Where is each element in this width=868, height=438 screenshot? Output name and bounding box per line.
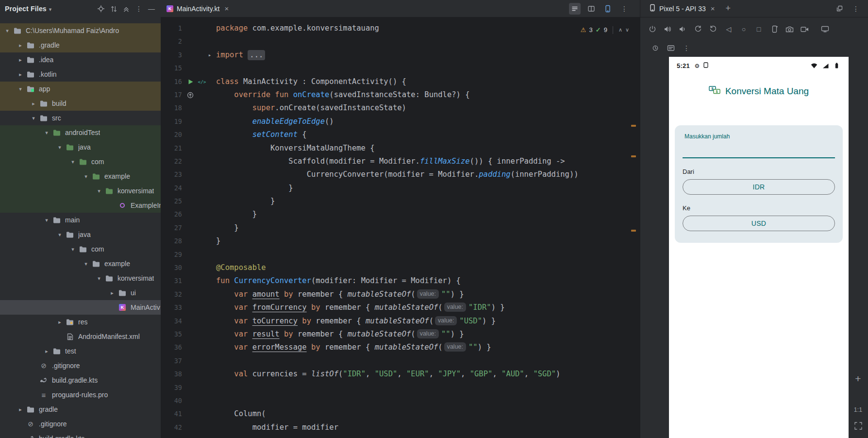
kebab-icon[interactable]: ⋮ <box>682 44 691 52</box>
tree-item-gradle[interactable]: ▸.gradle <box>0 38 161 52</box>
tree-item-build-gradle-kts[interactable]: build.gradle.kts <box>0 431 161 438</box>
code-line-37[interactable] <box>216 354 640 368</box>
project-view-chevron-icon[interactable]: ▾ <box>49 6 52 13</box>
line-number[interactable]: 40 <box>161 394 182 407</box>
code-line-28[interactable]: } <box>216 235 640 248</box>
tree-item-gradle[interactable]: ▸gradle <box>0 402 161 417</box>
power-icon[interactable] <box>648 25 657 34</box>
zoom-level[interactable]: 1:1 <box>848 406 868 413</box>
chevron-right-icon[interactable]: ▸ <box>28 101 39 107</box>
amount-input-field[interactable] <box>683 157 835 158</box>
warning-stripe-mark[interactable] <box>631 125 636 127</box>
tree-item-konversimat[interactable]: ▾konversimat <box>0 271 161 286</box>
line-number[interactable]: 31 <box>161 274 182 287</box>
line-number[interactable]: 29 <box>161 248 182 261</box>
close-device-tab-icon[interactable]: × <box>711 4 715 13</box>
tree-item-androidmanifest-xml[interactable]: AndroidManifest.xml <box>0 329 161 344</box>
line-number[interactable]: 30 <box>161 261 182 274</box>
home-icon[interactable]: ○ <box>739 25 748 34</box>
tree-item-proguard-rules-pro[interactable]: ≡proguard-rules.pro <box>0 387 161 402</box>
line-number[interactable]: 25 <box>161 195 182 208</box>
tree-item-ui[interactable]: ▸ui <box>0 286 161 300</box>
tree-item-androidtest[interactable]: ▾androidTest <box>0 125 161 140</box>
tree-item-src[interactable]: ▾src <box>0 111 161 125</box>
prev-issue-icon[interactable]: ∧ <box>618 23 622 36</box>
line-number[interactable]: 38 <box>161 368 182 381</box>
line-number[interactable]: 24 <box>161 182 182 195</box>
chevron-right-icon[interactable]: ▸ <box>15 42 26 49</box>
tree-item-example[interactable]: ▾example <box>0 256 161 271</box>
tree-item-java[interactable]: ▾java <box>0 140 161 154</box>
new-device-tab-icon[interactable]: + <box>719 3 736 14</box>
tree-item-gitignore[interactable]: ⊘.gitignore <box>0 417 161 431</box>
line-number[interactable]: 34 <box>161 315 182 328</box>
code-line-22[interactable]: Scaffold(modifier = Modifier.fillMaxSize… <box>216 155 640 168</box>
vol-down-icon[interactable] <box>678 25 687 34</box>
rot-left-icon[interactable] <box>694 25 702 34</box>
tree-item-examplein[interactable]: ExampleIn <box>0 198 161 213</box>
override-icon[interactable] <box>186 91 195 100</box>
target-icon[interactable] <box>97 4 105 13</box>
tree-item-main[interactable]: ▾main <box>0 213 161 227</box>
code-line-20[interactable]: setContent { <box>216 128 640 141</box>
vol-up-icon[interactable] <box>663 25 672 34</box>
next-issue-icon[interactable]: ∨ <box>625 23 629 36</box>
tree-item-build[interactable]: ▸build <box>0 96 161 111</box>
code-line-38[interactable]: val currencies = listOf("IDR", "USD", "E… <box>216 368 640 381</box>
snapshot-icon[interactable] <box>770 25 779 34</box>
line-number[interactable]: 3 <box>161 49 182 62</box>
line-number[interactable]: 35 <box>161 328 182 341</box>
restore-clock-icon[interactable] <box>651 44 660 52</box>
editor-tab-mainactivity[interactable]: K MainActivity.kt × <box>161 0 234 17</box>
fold-icon[interactable]: ▸ <box>205 51 214 59</box>
chevron-down-icon[interactable]: ▾ <box>28 115 39 121</box>
chevron-down-icon[interactable]: ▾ <box>15 86 26 92</box>
run-icon[interactable] <box>186 77 195 86</box>
tree-item-c-users-muhamad-faiz-andro[interactable]: ▾C:\Users\Muhamad Faiz\Andro <box>0 23 161 38</box>
chevron-right-icon[interactable]: ▸ <box>54 319 65 325</box>
line-number[interactable]: 21 <box>161 142 182 155</box>
code-area[interactable]: package com.example.konversimatauangimpo… <box>216 22 640 434</box>
line-number[interactable]: 39 <box>161 381 182 394</box>
line-number[interactable]: 20 <box>161 128 182 141</box>
rot-right-icon[interactable] <box>709 25 718 34</box>
line-number[interactable]: 42 <box>161 421 182 434</box>
chevron-right-icon[interactable]: ▸ <box>15 57 26 63</box>
code-line-33[interactable]: var fromCurrency by remember { mutableSt… <box>216 301 640 314</box>
tree-item-konversimat[interactable]: ▾konversimat <box>0 184 161 198</box>
code-line-32[interactable]: var amount by remember { mutableStateOf(… <box>216 288 640 301</box>
code-line-24[interactable]: } <box>216 182 640 195</box>
code-line-36[interactable]: var errorMessage by remember { mutableSt… <box>216 341 640 354</box>
code-line-23[interactable]: CurrencyConverter(modifier = Modifier.pa… <box>216 168 640 181</box>
line-number[interactable]: 17 <box>161 88 182 101</box>
chevron-down-icon[interactable]: ▾ <box>94 188 104 194</box>
chevron-down-icon[interactable]: ▾ <box>81 173 91 180</box>
line-number[interactable]: 37 <box>161 354 182 368</box>
code-line-15[interactable] <box>216 62 640 75</box>
code-line-35[interactable]: var result by remember { mutableStateOf(… <box>216 328 640 341</box>
tree-item-kotlin[interactable]: ▸.kotlin <box>0 67 161 82</box>
code-line-17[interactable]: override fun onCreate(savedInstanceState… <box>216 88 640 101</box>
chevron-down-icon[interactable]: ▾ <box>94 275 104 282</box>
list-box-icon[interactable] <box>569 3 581 15</box>
minus-icon[interactable]: — <box>147 4 156 13</box>
emulator-screen[interactable]: 5:21 ⚙ $$ Konversi Mata Uang Masukkan ju… <box>669 57 849 438</box>
line-number[interactable]: 1 <box>161 22 182 35</box>
controls-card-icon[interactable] <box>667 44 675 52</box>
code-line-41[interactable]: Column( <box>216 407 640 421</box>
line-number[interactable]: 28 <box>161 235 182 248</box>
chevron-down-icon[interactable]: ▾ <box>41 217 52 223</box>
folded-region[interactable]: ... <box>248 50 265 60</box>
chevron-right-icon[interactable]: ▸ <box>15 71 26 78</box>
line-number[interactable]: 32 <box>161 288 182 301</box>
code-line-19[interactable]: enableEdgeToEdge() <box>216 115 640 128</box>
chevron-down-icon[interactable]: ▾ <box>81 261 91 267</box>
tree-item-gitignore[interactable]: ⊘.gitignore <box>0 358 161 373</box>
code-line-30[interactable]: @Composable <box>216 261 640 274</box>
code-line-1[interactable]: package com.example.konversimatauang <box>216 22 640 35</box>
chevron-right-icon[interactable]: ▸ <box>107 290 117 296</box>
chevron-down-icon[interactable]: ▾ <box>41 130 52 136</box>
line-number[interactable]: 41 <box>161 407 182 421</box>
code-line-2[interactable] <box>216 35 640 48</box>
code-editor[interactable]: 123▸1516</>17181920212223242526272829303… <box>161 17 640 438</box>
